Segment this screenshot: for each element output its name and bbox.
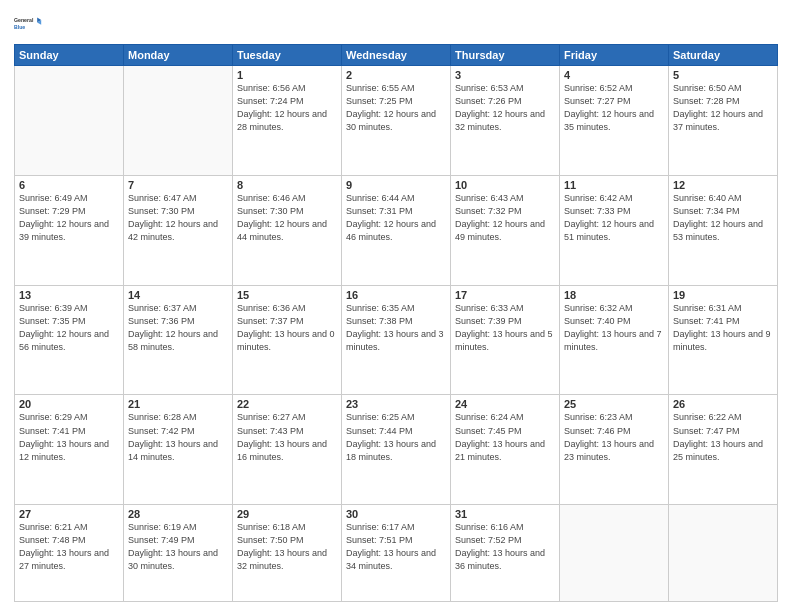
day-detail: Sunrise: 6:53 AMSunset: 7:26 PMDaylight:… [455, 83, 545, 132]
calendar-cell: 24Sunrise: 6:24 AMSunset: 7:45 PMDayligh… [451, 395, 560, 505]
day-number: 14 [128, 289, 228, 301]
week-row-4: 20Sunrise: 6:29 AMSunset: 7:41 PMDayligh… [15, 395, 778, 505]
calendar-cell: 2Sunrise: 6:55 AMSunset: 7:25 PMDaylight… [342, 66, 451, 176]
day-detail: Sunrise: 6:25 AMSunset: 7:44 PMDaylight:… [346, 412, 436, 461]
calendar-cell: 13Sunrise: 6:39 AMSunset: 7:35 PMDayligh… [15, 285, 124, 395]
day-detail: Sunrise: 6:18 AMSunset: 7:50 PMDaylight:… [237, 522, 327, 571]
day-number: 26 [673, 398, 773, 410]
day-number: 11 [564, 179, 664, 191]
calendar-cell: 4Sunrise: 6:52 AMSunset: 7:27 PMDaylight… [560, 66, 669, 176]
calendar-cell: 20Sunrise: 6:29 AMSunset: 7:41 PMDayligh… [15, 395, 124, 505]
day-number: 30 [346, 508, 446, 520]
day-detail: Sunrise: 6:36 AMSunset: 7:37 PMDaylight:… [237, 303, 335, 352]
calendar-cell: 17Sunrise: 6:33 AMSunset: 7:39 PMDayligh… [451, 285, 560, 395]
svg-text:Blue: Blue [14, 24, 25, 30]
day-detail: Sunrise: 6:32 AMSunset: 7:40 PMDaylight:… [564, 303, 662, 352]
day-detail: Sunrise: 6:27 AMSunset: 7:43 PMDaylight:… [237, 412, 327, 461]
day-number: 21 [128, 398, 228, 410]
week-row-3: 13Sunrise: 6:39 AMSunset: 7:35 PMDayligh… [15, 285, 778, 395]
day-detail: Sunrise: 6:17 AMSunset: 7:51 PMDaylight:… [346, 522, 436, 571]
calendar-cell: 6Sunrise: 6:49 AMSunset: 7:29 PMDaylight… [15, 175, 124, 285]
day-number: 6 [19, 179, 119, 191]
day-detail: Sunrise: 6:40 AMSunset: 7:34 PMDaylight:… [673, 193, 763, 242]
day-header-monday: Monday [124, 45, 233, 66]
calendar-cell [124, 66, 233, 176]
calendar-cell: 16Sunrise: 6:35 AMSunset: 7:38 PMDayligh… [342, 285, 451, 395]
day-number: 22 [237, 398, 337, 410]
calendar-cell: 29Sunrise: 6:18 AMSunset: 7:50 PMDayligh… [233, 505, 342, 602]
day-detail: Sunrise: 6:42 AMSunset: 7:33 PMDaylight:… [564, 193, 654, 242]
day-number: 1 [237, 69, 337, 81]
calendar-cell: 23Sunrise: 6:25 AMSunset: 7:44 PMDayligh… [342, 395, 451, 505]
calendar-cell: 22Sunrise: 6:27 AMSunset: 7:43 PMDayligh… [233, 395, 342, 505]
day-number: 10 [455, 179, 555, 191]
day-number: 23 [346, 398, 446, 410]
day-detail: Sunrise: 6:37 AMSunset: 7:36 PMDaylight:… [128, 303, 218, 352]
calendar-cell: 28Sunrise: 6:19 AMSunset: 7:49 PMDayligh… [124, 505, 233, 602]
day-header-wednesday: Wednesday [342, 45, 451, 66]
calendar-table: SundayMondayTuesdayWednesdayThursdayFrid… [14, 44, 778, 602]
day-detail: Sunrise: 6:52 AMSunset: 7:27 PMDaylight:… [564, 83, 654, 132]
day-number: 12 [673, 179, 773, 191]
day-detail: Sunrise: 6:23 AMSunset: 7:46 PMDaylight:… [564, 412, 654, 461]
day-number: 31 [455, 508, 555, 520]
day-number: 29 [237, 508, 337, 520]
calendar-cell: 19Sunrise: 6:31 AMSunset: 7:41 PMDayligh… [669, 285, 778, 395]
header: General Blue [14, 10, 778, 38]
day-header-sunday: Sunday [15, 45, 124, 66]
calendar-header-row: SundayMondayTuesdayWednesdayThursdayFrid… [15, 45, 778, 66]
day-detail: Sunrise: 6:49 AMSunset: 7:29 PMDaylight:… [19, 193, 109, 242]
calendar-cell: 15Sunrise: 6:36 AMSunset: 7:37 PMDayligh… [233, 285, 342, 395]
day-detail: Sunrise: 6:43 AMSunset: 7:32 PMDaylight:… [455, 193, 545, 242]
day-detail: Sunrise: 6:35 AMSunset: 7:38 PMDaylight:… [346, 303, 444, 352]
calendar-cell: 10Sunrise: 6:43 AMSunset: 7:32 PMDayligh… [451, 175, 560, 285]
calendar-cell: 11Sunrise: 6:42 AMSunset: 7:33 PMDayligh… [560, 175, 669, 285]
day-detail: Sunrise: 6:47 AMSunset: 7:30 PMDaylight:… [128, 193, 218, 242]
day-number: 18 [564, 289, 664, 301]
calendar-cell: 14Sunrise: 6:37 AMSunset: 7:36 PMDayligh… [124, 285, 233, 395]
day-header-friday: Friday [560, 45, 669, 66]
day-detail: Sunrise: 6:55 AMSunset: 7:25 PMDaylight:… [346, 83, 436, 132]
day-number: 9 [346, 179, 446, 191]
day-detail: Sunrise: 6:46 AMSunset: 7:30 PMDaylight:… [237, 193, 327, 242]
day-detail: Sunrise: 6:33 AMSunset: 7:39 PMDaylight:… [455, 303, 553, 352]
day-detail: Sunrise: 6:50 AMSunset: 7:28 PMDaylight:… [673, 83, 763, 132]
day-detail: Sunrise: 6:39 AMSunset: 7:35 PMDaylight:… [19, 303, 109, 352]
calendar-cell: 27Sunrise: 6:21 AMSunset: 7:48 PMDayligh… [15, 505, 124, 602]
day-number: 4 [564, 69, 664, 81]
day-detail: Sunrise: 6:29 AMSunset: 7:41 PMDaylight:… [19, 412, 109, 461]
day-header-tuesday: Tuesday [233, 45, 342, 66]
calendar-cell: 26Sunrise: 6:22 AMSunset: 7:47 PMDayligh… [669, 395, 778, 505]
calendar-cell: 7Sunrise: 6:47 AMSunset: 7:30 PMDaylight… [124, 175, 233, 285]
day-detail: Sunrise: 6:24 AMSunset: 7:45 PMDaylight:… [455, 412, 545, 461]
day-number: 16 [346, 289, 446, 301]
calendar-cell: 8Sunrise: 6:46 AMSunset: 7:30 PMDaylight… [233, 175, 342, 285]
calendar-cell: 12Sunrise: 6:40 AMSunset: 7:34 PMDayligh… [669, 175, 778, 285]
calendar-cell: 25Sunrise: 6:23 AMSunset: 7:46 PMDayligh… [560, 395, 669, 505]
calendar-cell: 5Sunrise: 6:50 AMSunset: 7:28 PMDaylight… [669, 66, 778, 176]
calendar-cell [15, 66, 124, 176]
day-detail: Sunrise: 6:22 AMSunset: 7:47 PMDaylight:… [673, 412, 763, 461]
svg-text:General: General [14, 17, 34, 23]
week-row-5: 27Sunrise: 6:21 AMSunset: 7:48 PMDayligh… [15, 505, 778, 602]
week-row-1: 1Sunrise: 6:56 AMSunset: 7:24 PMDaylight… [15, 66, 778, 176]
day-header-saturday: Saturday [669, 45, 778, 66]
logo-icon: General Blue [14, 10, 42, 38]
day-header-thursday: Thursday [451, 45, 560, 66]
day-detail: Sunrise: 6:44 AMSunset: 7:31 PMDaylight:… [346, 193, 436, 242]
logo: General Blue [14, 10, 44, 38]
calendar-cell: 18Sunrise: 6:32 AMSunset: 7:40 PMDayligh… [560, 285, 669, 395]
day-detail: Sunrise: 6:28 AMSunset: 7:42 PMDaylight:… [128, 412, 218, 461]
calendar-cell: 9Sunrise: 6:44 AMSunset: 7:31 PMDaylight… [342, 175, 451, 285]
calendar-cell: 30Sunrise: 6:17 AMSunset: 7:51 PMDayligh… [342, 505, 451, 602]
calendar-cell: 1Sunrise: 6:56 AMSunset: 7:24 PMDaylight… [233, 66, 342, 176]
day-number: 24 [455, 398, 555, 410]
day-number: 20 [19, 398, 119, 410]
calendar-cell [669, 505, 778, 602]
day-number: 3 [455, 69, 555, 81]
calendar-cell: 21Sunrise: 6:28 AMSunset: 7:42 PMDayligh… [124, 395, 233, 505]
day-number: 8 [237, 179, 337, 191]
day-number: 19 [673, 289, 773, 301]
week-row-2: 6Sunrise: 6:49 AMSunset: 7:29 PMDaylight… [15, 175, 778, 285]
day-number: 27 [19, 508, 119, 520]
